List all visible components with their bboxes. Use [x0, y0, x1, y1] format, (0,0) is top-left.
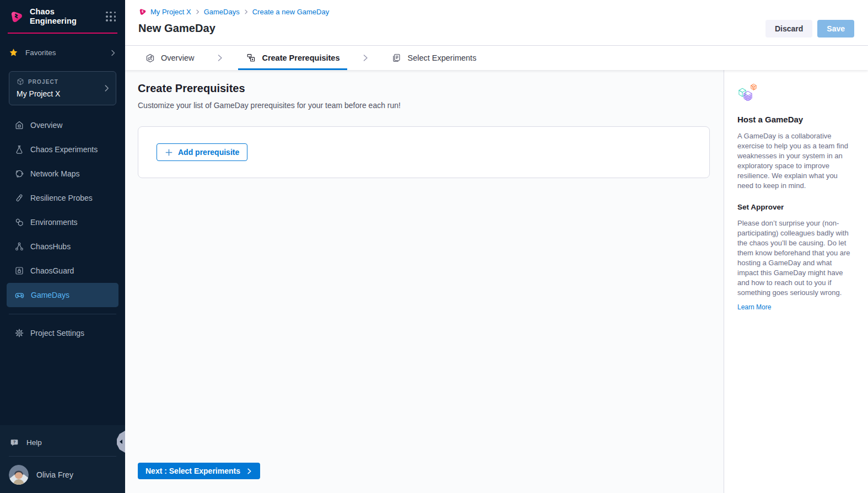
sidebar-item-gamedays[interactable]: GameDays	[7, 283, 118, 307]
breadcrumb-gamedays[interactable]: GameDays	[204, 8, 240, 16]
chaos-engineering-logo-icon	[9, 9, 24, 24]
sidebar-divider	[9, 456, 116, 457]
tab-create-prerequisites[interactable]: Create Prerequisites	[238, 46, 347, 70]
sitemap-play-icon	[246, 53, 256, 63]
sidebar-item-label: Environments	[30, 218, 78, 227]
breadcrumb-current[interactable]: Create a new GameDay	[252, 8, 329, 16]
chevron-right-icon	[246, 468, 252, 474]
section-heading: Create Prerequisites	[138, 82, 710, 95]
aside-paragraph: A GameDay is a collaborative exercise to…	[737, 131, 853, 191]
project-selector[interactable]: PROJECT My Project X	[9, 71, 116, 105]
brand-header: Chaos Engineering	[0, 0, 125, 26]
sidebar-item-chaoshubs[interactable]: ChaosHubs	[7, 234, 118, 259]
favorites-label: Favorites	[25, 49, 103, 57]
tab-label: Overview	[161, 53, 194, 62]
sidebar-nav: Overview Chaos Experiments Network Maps	[7, 113, 118, 307]
aside-paragraph: Please don’t surprise your (non-particip…	[737, 218, 853, 298]
save-button[interactable]: Save	[817, 20, 854, 37]
header-actions: Discard Save	[765, 20, 854, 37]
sidebar-item-label: ChaosGuard	[30, 266, 74, 275]
sidebar: Chaos Engineering Favorites PROJECT My P…	[0, 0, 125, 493]
gamepad-icon	[14, 290, 25, 301]
sidebar-item-label: ChaosHubs	[30, 242, 71, 251]
sidebar-item-resilience-probes[interactable]: Resilience Probes	[7, 186, 118, 210]
breadcrumb-logo-icon	[138, 8, 147, 16]
sidebar-item-chaos-experiments[interactable]: Chaos Experiments	[7, 137, 118, 162]
tab-label: Select Experiments	[407, 53, 476, 62]
tab-label: Create Prerequisites	[262, 53, 339, 62]
guard-icon	[14, 266, 24, 276]
content-area: Create Prerequisites Customize your list…	[125, 70, 868, 493]
flask-icon	[14, 144, 24, 154]
main-column: My Project X GameDays Create a new GameD…	[125, 0, 868, 493]
project-eyebrow-label: PROJECT	[28, 79, 58, 85]
help-button[interactable]: ? Help	[0, 431, 125, 454]
probe-icon	[14, 193, 24, 203]
add-prerequisite-label: Add prerequisite	[178, 148, 239, 157]
help-aside: Host a GameDay A GameDay is a collaborat…	[724, 70, 868, 493]
star-icon	[9, 48, 18, 57]
brand-accent-line	[8, 33, 117, 34]
chevron-right-icon	[202, 46, 238, 70]
sidebar-item-label: Project Settings	[30, 329, 84, 337]
prerequisites-panel: Create Prerequisites Customize your list…	[125, 70, 724, 493]
sidebar-divider	[9, 314, 116, 314]
favorites-row[interactable]: Favorites	[9, 48, 116, 57]
wizard-tab-bar: Overview Create Prerequisites	[125, 46, 868, 70]
gear-icon	[14, 328, 24, 338]
hexagon-gear-icon	[145, 53, 155, 63]
add-prerequisite-button[interactable]: Add prerequisite	[157, 143, 247, 161]
plus-icon	[165, 148, 173, 157]
brand-title: Chaos Engineering	[30, 7, 100, 26]
tab-select-experiments[interactable]: Select Experiments	[384, 46, 484, 70]
user-name: Olivia Frey	[36, 470, 73, 479]
sidebar-bottom-section: ? Help Olivia Frey	[0, 425, 125, 493]
next-select-experiments-button[interactable]: Next : Select Experiments	[138, 463, 260, 479]
chevron-right-icon	[244, 9, 249, 14]
section-subheading: Customize your list of GameDay prerequis…	[138, 101, 710, 110]
hub-icon	[14, 242, 24, 251]
environments-icon	[14, 217, 24, 227]
help-label: Help	[26, 438, 42, 447]
chevron-right-icon	[103, 85, 110, 92]
sidebar-item-label: Network Maps	[30, 169, 79, 178]
network-map-icon	[14, 169, 24, 179]
sidebar-item-label: Overview	[30, 121, 62, 130]
chevron-right-icon	[195, 9, 200, 14]
sidebar-item-environments[interactable]: Environments	[7, 210, 118, 234]
cubes-illustration-icon	[737, 83, 853, 103]
help-chat-icon: ?	[10, 438, 19, 447]
sidebar-item-label: GameDays	[31, 291, 69, 299]
user-profile[interactable]: Olivia Frey	[0, 459, 125, 493]
breadcrumb: My Project X GameDays Create a new GameD…	[138, 7, 855, 17]
learn-more-link[interactable]: Learn More	[737, 303, 771, 311]
page-title: New GameDay	[138, 22, 855, 35]
discard-button[interactable]: Discard	[765, 20, 812, 37]
sidebar-item-overview[interactable]: Overview	[7, 113, 118, 137]
stacked-docs-icon	[391, 53, 402, 63]
sidebar-item-label: Chaos Experiments	[30, 145, 98, 154]
sidebar-item-network-maps[interactable]: Network Maps	[7, 162, 118, 186]
cube-icon	[17, 78, 24, 85]
aside-subheading: Set Approver	[737, 203, 853, 211]
sidebar-item-chaosguard[interactable]: ChaosGuard	[7, 259, 118, 283]
project-name: My Project X	[17, 89, 99, 98]
page-header: My Project X GameDays Create a new GameD…	[125, 0, 868, 46]
chevron-right-icon	[110, 50, 116, 56]
avatar	[9, 465, 29, 485]
home-icon	[14, 120, 24, 130]
next-button-label: Next : Select Experiments	[145, 467, 240, 475]
aside-heading: Host a GameDay	[737, 115, 853, 124]
chevron-right-icon	[347, 46, 384, 70]
module-grid-icon[interactable]	[106, 12, 116, 22]
breadcrumb-project[interactable]: My Project X	[150, 8, 191, 16]
prerequisites-card: Add prerequisite	[138, 126, 710, 178]
svg-text:?: ?	[13, 440, 16, 444]
tab-overview[interactable]: Overview	[137, 46, 202, 70]
sidebar-item-project-settings[interactable]: Project Settings	[7, 321, 118, 345]
sidebar-item-label: Resilience Probes	[30, 194, 93, 202]
